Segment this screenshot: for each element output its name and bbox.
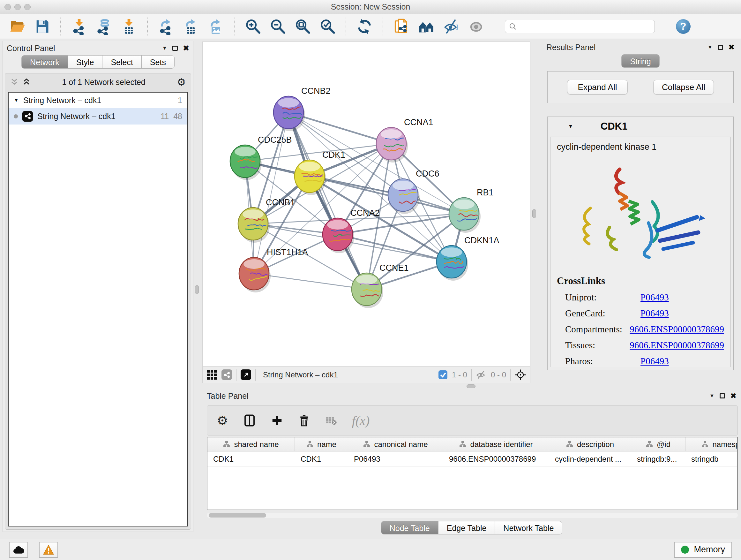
column-header-namespace[interactable]: namespace — [685, 437, 738, 451]
network-node-CDKN1A[interactable]: CDKN1A — [436, 236, 499, 281]
toolbar-separator — [147, 17, 148, 36]
panel-close-icon[interactable]: ✖ — [728, 43, 735, 52]
network-collection-row[interactable]: ▼ String Network – cdk1 1 — [9, 92, 187, 108]
splitter-handle-right[interactable] — [532, 209, 536, 218]
network-node-CCNB1[interactable]: CCNB1 — [238, 198, 295, 243]
splitter-handle-left[interactable] — [195, 285, 199, 294]
zoom-out-icon[interactable] — [269, 17, 286, 36]
crosslink-link[interactable]: 9606.ENSP00000378699 — [630, 324, 724, 334]
crosslink-link[interactable]: 9606.ENSP00000378699 — [630, 340, 724, 351]
node-label: CCNA2 — [350, 208, 380, 218]
zoom-selected-icon[interactable] — [319, 17, 336, 36]
network-node-RB1[interactable]: RB1 — [449, 188, 494, 233]
crosslink-link[interactable]: P06493 — [641, 308, 669, 319]
warnings-button[interactable] — [39, 542, 58, 558]
table-cell[interactable]: P06493 — [348, 451, 443, 466]
selected-checkbox-icon[interactable] — [438, 370, 448, 380]
splitter-handle-bottom[interactable] — [467, 384, 475, 388]
network-edge[interactable] — [288, 112, 367, 289]
network-node-CCNE1[interactable]: CCNE1 — [352, 263, 409, 308]
table-row[interactable]: CDK1CDK1P064939606.ENSP00000378699cyclin… — [207, 451, 737, 467]
table-cell[interactable]: cyclin-dependent ... — [549, 451, 631, 466]
string-style-toggle-icon[interactable] — [221, 369, 232, 380]
table-cell[interactable]: CDK1 — [295, 451, 348, 466]
table-horizontal-scrollbar[interactable] — [207, 513, 738, 518]
panel-collapse-icon[interactable]: ▼ — [162, 45, 167, 51]
control-panel-title: Control Panel — [7, 44, 55, 53]
export-network-icon[interactable] — [157, 17, 175, 36]
zoom-fit-icon[interactable] — [293, 17, 312, 36]
network-node-CDC6[interactable]: CDC6 — [388, 169, 440, 214]
node-details-collapse-icon[interactable]: ▼ — [568, 124, 573, 129]
tab-string[interactable]: String — [621, 54, 659, 68]
scrollbar-thumb[interactable] — [209, 513, 266, 517]
column-header-description[interactable]: description — [549, 437, 631, 451]
birds-eye-view-icon[interactable] — [206, 369, 217, 380]
export-image-icon[interactable] — [207, 17, 225, 36]
expand-all-button[interactable]: Expand All — [567, 80, 628, 95]
save-session-icon[interactable] — [33, 17, 51, 36]
new-network-from-selection-icon[interactable] — [393, 17, 410, 36]
show-all-eye-icon[interactable] — [467, 17, 485, 36]
network-canvas[interactable]: CCNB2CCNA1CDC25BCDK1CDC6RB1CCNB1CCNA2CDK… — [202, 42, 530, 367]
collapse-all-networks-icon[interactable] — [10, 78, 18, 86]
string-home-icon[interactable] — [417, 17, 435, 36]
column-header-@id[interactable]: @id — [631, 437, 685, 451]
network-node-HIST1H1A[interactable]: HIST1H1A — [239, 247, 308, 293]
refresh-view-icon[interactable] — [355, 17, 374, 36]
network-node-CCNB2[interactable]: CCNB2 — [273, 86, 331, 131]
column-header-database-identifier[interactable]: database identifier — [443, 437, 549, 451]
delete-column-trash-icon[interactable] — [298, 414, 311, 427]
column-header-name[interactable]: name — [295, 437, 348, 451]
panel-collapse-icon[interactable]: ▼ — [710, 393, 715, 399]
tab-select[interactable]: Select — [103, 55, 141, 69]
search-input[interactable] — [520, 22, 651, 31]
tab-sets[interactable]: Sets — [142, 55, 175, 69]
network-edge[interactable] — [254, 273, 367, 289]
tab-node-table[interactable]: Node Table — [381, 521, 439, 535]
table-cell[interactable]: 9606.ENSP00000378699 — [443, 451, 549, 466]
tab-edge-table[interactable]: Edge Table — [439, 521, 495, 535]
panel-close-icon[interactable]: ✖ — [183, 44, 189, 53]
import-network-file-icon[interactable] — [70, 17, 88, 36]
network-node-CCNA1[interactable]: CCNA1 — [376, 118, 433, 163]
fit-selection-crosshair-icon[interactable] — [515, 369, 526, 381]
collection-expand-icon[interactable]: ▼ — [14, 98, 19, 103]
memory-button[interactable]: Memory — [674, 542, 732, 558]
table-options-gear-icon[interactable]: ⚙ — [217, 414, 228, 427]
collapse-all-button[interactable]: Collapse All — [653, 80, 714, 95]
panel-close-icon[interactable]: ✖ — [730, 391, 737, 400]
tab-style[interactable]: Style — [68, 55, 103, 69]
zoom-in-icon[interactable] — [244, 17, 262, 36]
network-graph[interactable]: CCNB2CCNA1CDC25BCDK1CDC6RB1CCNB1CCNA2CDK… — [203, 42, 530, 366]
tab-network-table[interactable]: Network Table — [495, 521, 562, 535]
import-table-icon[interactable] — [120, 17, 138, 36]
expand-all-networks-icon[interactable] — [22, 78, 30, 86]
panel-float-icon[interactable] — [172, 46, 178, 51]
column-header-canonical-name[interactable]: canonical name — [348, 437, 443, 451]
table-cell[interactable]: CDK1 — [207, 451, 295, 466]
panel-collapse-icon[interactable]: ▼ — [708, 44, 713, 50]
help-button[interactable]: ? — [676, 19, 690, 34]
open-session-icon[interactable] — [8, 17, 26, 36]
panel-float-icon[interactable] — [720, 393, 725, 398]
export-table-icon[interactable] — [182, 17, 200, 36]
network-row[interactable]: String Network – cdk1 11 48 — [9, 108, 187, 125]
crosslink-link[interactable]: P06493 — [641, 292, 669, 303]
network-edge[interactable] — [310, 176, 464, 214]
tab-network[interactable]: Network — [21, 55, 68, 69]
show-columns-icon[interactable] — [243, 414, 256, 427]
table-cell[interactable]: stringdb:9... — [631, 451, 685, 466]
cloud-status-button[interactable] — [9, 542, 28, 558]
table-cell[interactable]: stringdb — [685, 451, 738, 466]
import-network-database-icon[interactable] — [95, 17, 113, 36]
column-header-shared-name[interactable]: shared name — [207, 437, 295, 451]
create-column-plus-icon[interactable] — [271, 415, 283, 427]
panel-float-icon[interactable] — [718, 45, 723, 50]
open-in-new-window-icon[interactable] — [241, 369, 251, 380]
crosslink-link[interactable]: P06493 — [641, 356, 669, 367]
hide-selected-eye-slash-icon[interactable] — [442, 17, 460, 36]
network-options-gear-icon[interactable]: ⚙ — [177, 77, 186, 87]
node-label: HIST1H1A — [267, 247, 308, 257]
search-box[interactable] — [505, 20, 655, 33]
